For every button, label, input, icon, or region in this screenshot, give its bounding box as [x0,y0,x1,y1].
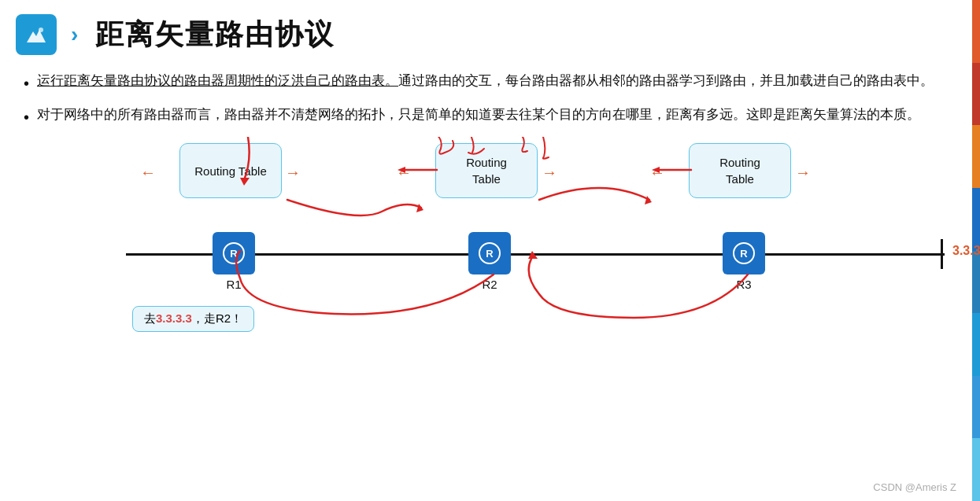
router-r3-label: R3 [723,278,765,291]
header-arrow: › [71,22,78,47]
router-r2-label: R2 [468,278,511,291]
arrow-rt2-right: → [542,164,557,182]
router-r3: R [723,232,765,274]
router-r3-icon: R [731,241,756,266]
svg-text:R: R [230,248,238,260]
page-title: 距离矢量路由协议 [95,16,335,54]
svg-text:R: R [740,248,748,260]
bullet-dot-1: • [24,70,29,97]
bullet-dot-2: • [24,104,29,131]
header: › 距离矢量路由协议 [0,0,980,63]
sidebar-block-8 [972,438,980,501]
routing-box-1: Routing Table [179,143,282,198]
sidebar-block-2 [972,63,980,126]
info-box: 去3.3.3.3，走R2！ [132,306,254,332]
svg-marker-10 [645,196,652,204]
router-r1-icon: R [221,241,246,266]
arrow-rt1-right: → [285,164,301,182]
router-r1-label: R1 [213,278,255,291]
watermark: CSDN @Ameris Z [873,481,956,493]
header-icon [16,14,57,55]
bullet-underline-1: 运行距离矢量路由协议的路由器周期性的泛洪自己的路由表。 [37,73,398,87]
sidebar-block-7 [972,376,980,439]
svg-text:R: R [486,248,494,260]
diagram-area: Routing Table RoutingTable RoutingTable … [0,137,980,341]
arrow-rt1-left: ← [140,164,156,182]
router-r2-icon: R [477,241,502,266]
arrow-rt2-left: ← [396,164,412,182]
bullet-text-2: 对于网络中的所有路由器而言，路由器并不清楚网络的拓扑，只是简单的知道要去往某个目… [37,103,920,125]
content-area: • 运行距离矢量路由协议的路由器周期性的泛洪自己的路由表。通过路由的交互，每台路… [0,63,980,131]
svg-point-0 [39,28,43,32]
routing-box-2: RoutingTable [435,143,538,198]
network-end-cap [941,239,943,269]
mountain-icon [24,22,49,47]
router-r2: R [468,232,511,274]
svg-marker-8 [416,204,423,212]
router-r1: R [213,232,255,274]
bullet-item-1: • 运行距离矢量路由协议的路由器周期性的泛洪自己的路由表。通过路由的交互，每台路… [24,69,956,97]
sidebar-block-1 [972,0,980,63]
page-container: › 距离矢量路由协议 • 运行距离矢量路由协议的路由器周期性的泛洪自己的路由表。… [0,0,980,501]
routing-box-3: RoutingTable [689,143,791,198]
info-box-address: 3.3.3.3 [156,311,192,325]
arrow-rt3-right: → [795,164,811,182]
network-address-label: 3.3.3.3 [952,244,980,258]
arrow-rt3-left: ← [649,164,665,182]
bullet-text-1: 运行距离矢量路由协议的路由器周期性的泛洪自己的路由表。通过路由的交互，每台路由器… [37,69,934,91]
bullet-item-2: • 对于网络中的所有路由器而言，路由器并不清楚网络的拓扑，只是简单的知道要去往某… [24,103,956,131]
